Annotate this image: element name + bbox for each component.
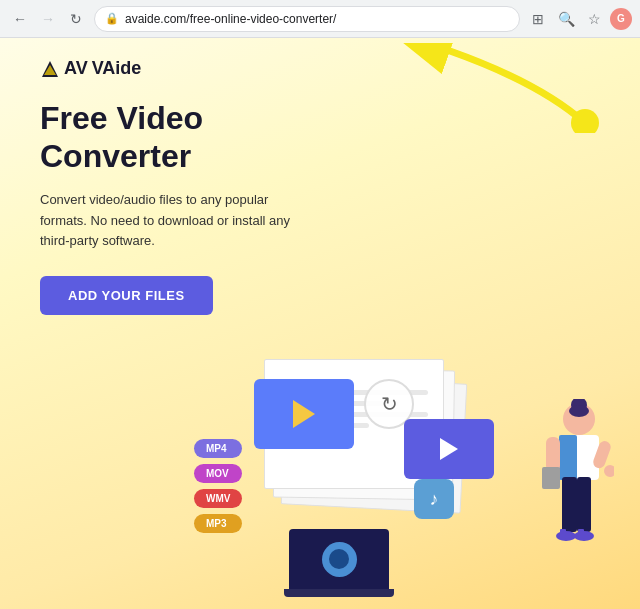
profile-button[interactable]: G (610, 8, 632, 30)
logo: AV VAide (40, 58, 141, 79)
extensions-button[interactable]: ⊞ (526, 7, 550, 31)
badge-mp3: MP3 (194, 514, 242, 533)
back-icon: ← (13, 11, 27, 27)
reload-icon: ↻ (70, 11, 82, 27)
hero-title: Free Video Converter (40, 99, 380, 176)
person-svg (524, 399, 614, 609)
browser-actions: ⊞ 🔍 ☆ G (526, 7, 632, 31)
music-card: ♪ (414, 479, 454, 519)
logo-icon (40, 59, 60, 79)
music-icon: ♪ (430, 489, 439, 510)
forward-icon: → (41, 11, 55, 27)
address-bar[interactable]: 🔒 avaide.com/free-online-video-converter… (94, 6, 520, 32)
video-play-card (254, 379, 354, 449)
url-text: avaide.com/free-online-video-converter/ (125, 12, 336, 26)
format-badges: MP4 MOV WMV MP3 (194, 439, 242, 533)
laptop-base (284, 589, 394, 597)
nav-buttons: ← → ↻ (8, 7, 88, 31)
browser-chrome: ← → ↻ 🔒 avaide.com/free-online-video-con… (0, 0, 640, 38)
svg-rect-10 (577, 477, 591, 532)
svg-rect-11 (546, 437, 560, 472)
refresh-icon: ↻ (381, 392, 398, 416)
svg-rect-9 (562, 477, 577, 532)
play-icon (293, 400, 315, 428)
logo-aide: VAide (92, 58, 142, 79)
svg-point-1 (571, 109, 599, 133)
logo-text: AV (64, 58, 88, 79)
svg-point-13 (604, 465, 614, 477)
laptop-inner-circle (329, 549, 349, 569)
zoom-button[interactable]: 🔍 (554, 7, 578, 31)
lock-icon: 🔒 (105, 12, 119, 25)
svg-point-6 (569, 405, 589, 417)
hero-section: Free Video Converter Convert video/audio… (40, 99, 380, 315)
badge-mov: MOV (194, 464, 242, 483)
hero-subtitle: Convert video/audio files to any popular… (40, 190, 300, 252)
forward-button[interactable]: → (36, 7, 60, 31)
illustration: ↻ MP4 MOV WMV MP3 ♪ (244, 349, 624, 609)
badge-wmv: WMV (194, 489, 242, 508)
video-card-purple (404, 419, 494, 479)
play-icon-2 (440, 438, 458, 460)
person-illustration (524, 399, 614, 609)
svg-rect-8 (559, 435, 577, 480)
laptop-circle (322, 542, 357, 577)
back-button[interactable]: ← (8, 7, 32, 31)
page-content: AV VAide Free Video Converter Convert vi… (0, 38, 640, 609)
badge-mp4: MP4 (194, 439, 242, 458)
reload-button[interactable]: ↻ (64, 7, 88, 31)
svg-rect-17 (560, 529, 566, 539)
laptop (274, 529, 404, 609)
svg-rect-14 (542, 467, 560, 489)
bookmark-button[interactable]: ☆ (582, 7, 606, 31)
laptop-screen (289, 529, 389, 589)
header: AV VAide (40, 58, 600, 79)
svg-rect-18 (578, 529, 584, 539)
add-files-button[interactable]: ADD YOUR FILES (40, 276, 213, 315)
